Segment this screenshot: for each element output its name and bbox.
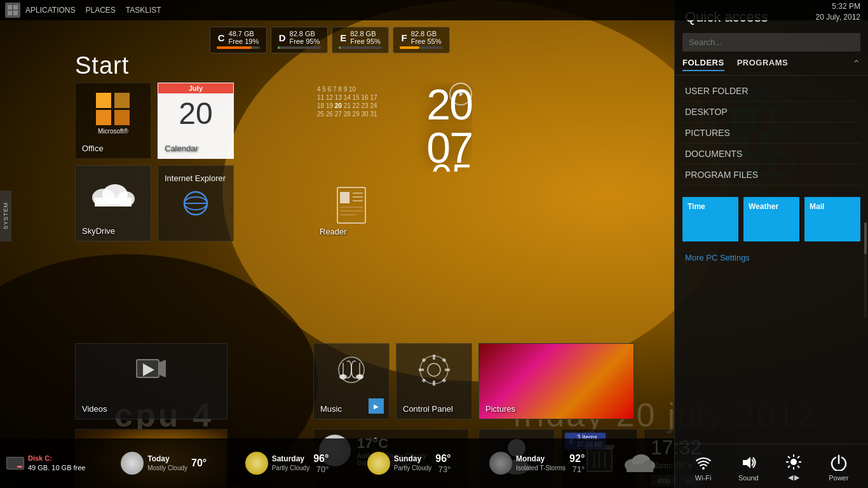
disk-c[interactable]: C 48.7 GB Free 19% <box>210 27 267 53</box>
svg-rect-61 <box>421 378 426 383</box>
tile-calendar[interactable]: July 20 Calendar <box>158 83 234 159</box>
system-icons: Wi-Fi Sound <box>675 444 868 488</box>
disk-d-size: 82.8 GB <box>290 30 320 37</box>
sound-label: Sound <box>738 474 759 482</box>
sidebar-scrollbar-track <box>864 222 867 318</box>
weather-text-2: Saturday Partly Cloudy <box>272 454 309 473</box>
wday-4-temps: 92° 71° <box>569 453 585 474</box>
disk-d[interactable]: D 82.8 GB Free 95% <box>271 27 328 53</box>
wday-2-desc: Partly Cloudy <box>272 464 309 473</box>
sidebar-search[interactable] <box>682 33 860 51</box>
sidebar-scrollbar-thumb[interactable] <box>864 222 867 254</box>
svg-line-82 <box>788 456 790 458</box>
svg-rect-55 <box>433 355 435 360</box>
wday-2-temp-lo: 70° <box>316 464 329 474</box>
office-label: Office <box>82 144 104 153</box>
tile-videos[interactable]: Videos <box>75 343 227 419</box>
weather-day-2: Saturday Partly Cloudy 96° 70° <box>245 452 329 475</box>
reader-icon <box>313 178 390 229</box>
disk-c-free: Free 19% <box>229 37 259 45</box>
sidebar-quick-tiles: Time Weather Mail <box>675 191 868 248</box>
folder-desktop[interactable]: DESKTOP <box>682 102 860 123</box>
taskbar-top: APLICATIONS PLACES TASKLIST 5:32 PM 20 J… <box>0 0 868 20</box>
svg-rect-56 <box>433 381 435 386</box>
weather-icon-4 <box>489 452 512 475</box>
tile-control-panel[interactable]: Control Panel <box>396 343 472 419</box>
disk-d-letter: D <box>279 32 286 43</box>
svg-line-85 <box>788 466 790 468</box>
disk-bottom-info[interactable]: Disk C: 49 GB. 10 GB free <box>0 454 102 473</box>
sys-sound[interactable]: Sound <box>738 454 759 482</box>
sidebar-tile-time[interactable]: Time <box>682 197 738 241</box>
svg-rect-74 <box>627 464 653 472</box>
svg-rect-33 <box>95 198 132 207</box>
tile-reader[interactable]: Reader <box>313 178 390 241</box>
taskbar-clock: 5:32 PM 20 July, 2012 <box>816 1 861 23</box>
power-label: Power <box>829 474 848 482</box>
brightness-down[interactable]: ◀ <box>788 473 793 482</box>
cloud-icon <box>76 166 151 207</box>
wday-3-name: Sunday <box>394 454 431 464</box>
tile-music[interactable]: ▶ Music <box>313 343 390 419</box>
disk-f-letter: F <box>402 32 407 43</box>
more-pc-settings[interactable]: More PC Settings <box>675 248 868 268</box>
tile-office[interactable]: Microsoft® Office <box>75 83 151 159</box>
folder-pictures[interactable]: PICTURES <box>682 123 860 144</box>
ie-label: Internet Explorer <box>158 166 233 184</box>
cp-icon <box>397 344 471 396</box>
svg-point-54 <box>428 363 440 376</box>
videos-label: Videos <box>82 404 107 414</box>
calendar-day: 20 <box>158 93 233 129</box>
weather-text-4: Monday Isolated T-Storms <box>516 454 566 473</box>
folder-documents[interactable]: DOCUMENTS <box>682 144 860 165</box>
menu-tasklist[interactable]: TASKLIST <box>126 6 161 15</box>
disk-c-bar <box>217 46 260 49</box>
weather-day-1: Today Mostly Cloudy 70° <box>121 452 207 475</box>
sys-brightness[interactable]: ◀ ▶ <box>785 453 803 482</box>
tile-pictures[interactable]: Pictures <box>478 343 634 419</box>
disk-e-free: Free 95% <box>350 37 381 45</box>
brightness-up[interactable]: ▶ <box>794 473 799 482</box>
folder-user[interactable]: USER FOLDER <box>682 81 860 102</box>
disk-d-free: Free 95% <box>290 37 320 45</box>
svg-rect-57 <box>419 369 424 371</box>
wifi-icon <box>695 454 712 471</box>
weather-text-3: Sunday Partly Cloudy <box>394 454 431 473</box>
menu-applications[interactable]: APLICATIONS <box>25 6 75 15</box>
sidebar-tab-arrow[interactable]: ⌃ <box>852 58 860 71</box>
wday-4-temp-lo: 71° <box>573 464 585 474</box>
disk-f[interactable]: F 82.8 GB Free 55% <box>393 27 450 53</box>
system-panel-label: SYSTEM <box>3 202 9 229</box>
wday-4-name: Monday <box>516 454 566 464</box>
folder-program-files[interactable]: PROGRAM FILES <box>682 165 860 186</box>
sys-wifi[interactable]: Wi-Fi <box>695 454 712 482</box>
wday-2-temp-hi: 96° <box>313 453 329 464</box>
taskbar-menu: APLICATIONS PLACES TASKLIST <box>25 6 161 15</box>
music-icon <box>314 344 389 396</box>
menu-places[interactable]: PLACES <box>85 6 115 15</box>
disk-e[interactable]: E 82.8 GB Free 95% <box>332 27 389 53</box>
svg-point-77 <box>790 459 797 465</box>
tab-folders[interactable]: FOLDERS <box>682 58 724 71</box>
cp-label: Control Panel <box>403 404 453 414</box>
system-panel[interactable]: SYSTEM <box>0 191 11 241</box>
weather-icon-1 <box>121 452 144 475</box>
disk-c-size: 48.7 GB <box>229 30 259 37</box>
wifi-label: Wi-Fi <box>695 474 712 482</box>
tab-programs[interactable]: PROGRAMS <box>737 58 789 71</box>
music-play-btn[interactable]: ▶ <box>369 398 384 414</box>
power-icon <box>830 454 848 471</box>
disk-d-bar <box>278 46 321 49</box>
tile-ie[interactable]: Internet Explorer <box>158 165 234 241</box>
sidebar-tile-mail[interactable]: Mail <box>804 197 860 241</box>
app-logo <box>5 3 20 18</box>
svg-rect-1 <box>13 5 18 10</box>
right-sidebar: Quick access + FOLDERS PROGRAMS ⌃ USER F… <box>674 0 868 488</box>
sys-power[interactable]: Power <box>829 454 848 482</box>
office-sublabel: Microsoft® <box>96 128 130 135</box>
tile-skydrive[interactable]: SkyDrive <box>75 165 151 241</box>
svg-rect-38 <box>340 192 349 203</box>
videos-icon <box>76 344 227 396</box>
calendar-month: July <box>158 83 233 93</box>
sidebar-tile-weather[interactable]: Weather <box>743 197 799 241</box>
